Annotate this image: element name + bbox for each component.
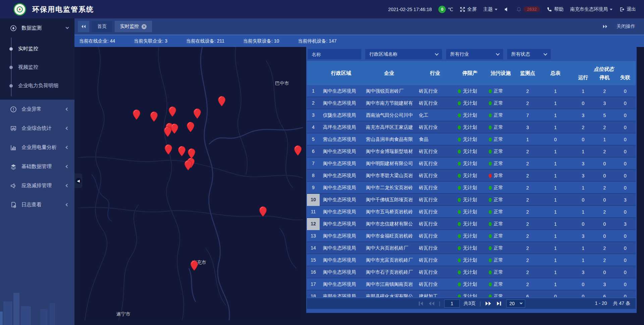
table-row[interactable]: 3仪陇生态环境局西南油气田分公司川中化工无计划正常71350 (307, 109, 636, 121)
sidebar-subitem-1[interactable]: 视频监控 (0, 58, 74, 76)
table-row[interactable]: 11阆中生态环境局阆中市五马桥页岩机砖砖瓦行业无计划正常21120 (307, 206, 636, 218)
table-row[interactable]: 15阆中生态环境局阆中市光富页岩机砖厂砖瓦行业无计划正常21120 (307, 254, 636, 266)
first-page-button[interactable] (418, 301, 424, 306)
chevron-down-icon (496, 52, 499, 55)
cell-company: 阆中市忠信建材有限公 (363, 221, 416, 227)
chevron-left-icon (66, 108, 69, 111)
table-row[interactable]: 18南部生态环境局南部县砚化水泥有限公建材加工无计划正常60060 (307, 290, 636, 297)
map-pin-marker[interactable] (259, 206, 267, 217)
table-row[interactable]: 1阆中生态环境局阆中强锐页岩砖厂砖瓦行业无计划正常21120 (307, 85, 636, 97)
page-size-select[interactable]: 20 (506, 300, 525, 308)
sidebar-item-3[interactable]: 企业用电量分析 (0, 138, 74, 157)
tab-label: 首页 (97, 23, 107, 30)
sidebar-submenu: 实时监控视频监控企业电力负荷明细 (0, 38, 74, 100)
table-row[interactable]: 6阆中生态环境局阆中市金博瑞新型墙材砖瓦行业无计划正常21120 (307, 146, 636, 158)
table-row[interactable]: 2阆中生态环境局阆中市南方节能建材有砖瓦行业无计划正常21030 (307, 97, 636, 109)
tabs-scroll-right-button[interactable] (602, 24, 608, 29)
tab-0[interactable]: 首页 (92, 21, 112, 32)
sidebar-item-1[interactable]: 企业异常 (0, 100, 74, 119)
map-canvas[interactable]: 巴中市南充市遂宁市 (78, 47, 303, 320)
table-row[interactable]: 5营山生态环境局营山县润丰肉食品有限食品无计划正常10010 (307, 133, 636, 146)
map-pin-marker[interactable] (294, 145, 302, 156)
map-pin-marker[interactable] (186, 122, 195, 132)
table-row[interactable]: 9阆中生态环境局阆中市二龙长宝页岩砖砖瓦行业无计划正常21120 (307, 182, 636, 194)
region-filter-select[interactable]: 行政区域名称 (365, 49, 442, 59)
tabs-scroll-left-button[interactable] (78, 21, 89, 32)
sidebar-item-0[interactable]: 数据监测 (0, 18, 74, 38)
sidebar-subitem-2[interactable]: 企业电力负荷明细 (0, 76, 74, 95)
cell-production-status: 无计划 (454, 269, 485, 275)
chevron-left-icon (66, 184, 69, 187)
close-icon[interactable]: ✕ (142, 24, 147, 29)
cell-treatment-status: 异常 (485, 173, 516, 179)
notifications[interactable]: 2632 (516, 6, 540, 12)
cell-monitor-count: 2 (516, 89, 539, 94)
app-title: 环保用电监管系统 (32, 5, 94, 14)
volume-icon[interactable] (504, 7, 509, 12)
next-page-button[interactable] (485, 301, 492, 306)
collapse-left-icon: ◀ (75, 178, 82, 184)
cell-stop-count: 6 (594, 294, 615, 297)
table-row[interactable]: 13阆中生态环境局阆中市金福旺页岩机砖砖瓦行业无计划正常21300 (307, 230, 636, 242)
table-row[interactable]: 10阆中生态环境局阆中千佛镇五郎垭页岩砖瓦行业无计划正常21003 (307, 194, 636, 206)
map-pin-marker[interactable] (193, 108, 201, 119)
table-row[interactable]: 8阆中生态环境局阆中市枣碧大梁山页岩砖瓦行业无计划异常21300 (307, 170, 636, 182)
table-row[interactable]: 12阆中生态环境局阆中市忠信建材有限公砖瓦行业无计划正常21003 (307, 218, 636, 230)
page-number-input[interactable] (444, 300, 460, 308)
map-pin-marker[interactable] (184, 160, 192, 171)
tab-1[interactable]: 实时监控✕ (115, 21, 152, 32)
status-filter-select[interactable]: 所有状态 (507, 49, 551, 59)
stat-item-2: 当前在线设备: 211 (186, 38, 224, 44)
layers-icon (10, 163, 17, 170)
map-pin-marker[interactable] (190, 260, 198, 271)
cell-total-meter: 1 (539, 233, 572, 239)
status-dot-icon (458, 258, 461, 262)
map-pin-marker[interactable] (150, 111, 158, 122)
cell-company: 阆中市五马桥页岩机砖 (363, 209, 416, 215)
sidebar-item-6[interactable]: 日志查看 (0, 195, 74, 214)
cell-production-status: 无计划 (454, 185, 485, 191)
org-dropdown[interactable]: 南充市生态环境局 (570, 6, 612, 12)
table-row[interactable]: 4高坪生态环境局南充市高坪区王家店建砖瓦行业无计划正常31220 (307, 121, 636, 133)
table-row[interactable]: 7阆中生态环境局阆中明阳建材有限公司砖瓦行业无计划正常21300 (307, 158, 636, 170)
map-pin-marker[interactable] (170, 123, 178, 134)
cell-industry: 砖瓦行业 (416, 100, 454, 106)
cell-company: 南充市高坪区王家店建 (363, 124, 416, 130)
cell-industry: 砖瓦行业 (416, 281, 454, 287)
sidebar-item-2[interactable]: 企业综合统计 (0, 119, 74, 138)
cell-lost-count: 3 (615, 197, 636, 203)
fullscreen-button[interactable]: 全屏 (460, 6, 477, 12)
map-collapse-handle[interactable]: ◀ (74, 173, 82, 188)
map-pin-marker[interactable] (168, 106, 176, 117)
column-header-3: 停限产 (454, 61, 485, 85)
help-button[interactable]: 帮助 (547, 6, 564, 12)
table-row[interactable]: 16阆中生态环境局阆中市石子页岩机砖厂砖瓦行业无计划正常21300 (307, 266, 636, 278)
status-dot-icon (489, 198, 492, 202)
cell-run-count: 0 (572, 282, 594, 287)
map-pin-marker[interactable] (218, 96, 226, 107)
sidebar-item-5[interactable]: 应急减排管理 (0, 176, 74, 195)
last-page-button[interactable] (496, 301, 502, 306)
cell-region: 阆中生态环境局 (320, 100, 363, 106)
sidebar-subitem-0[interactable]: 实时监控 (0, 40, 74, 58)
cell-stop-count: 0 (594, 197, 615, 203)
logout-button[interactable]: 退出 (619, 6, 636, 12)
close-actions-button[interactable]: 关闭操作 (616, 23, 635, 30)
cell-stop-count: 2 (594, 89, 615, 94)
name-filter-input[interactable] (312, 52, 357, 57)
sidebar-expanded-group: 数据监测实时监控视频监控企业电力负荷明细 (0, 18, 74, 100)
status-dot-icon (489, 210, 492, 214)
cell-region: 阆中生态环境局 (320, 173, 363, 179)
table-row[interactable]: 17阆中生态环境局阆中市江南镇阆南页岩砖瓦行业无计划正常21030 (307, 278, 636, 290)
status-dot-icon (458, 282, 461, 286)
map-pin-marker[interactable] (132, 109, 141, 120)
table-row[interactable]: 14阆中生态环境局阆中大兴页岩机砖厂砖瓦行业无计划正常21120 (307, 242, 636, 254)
industry-filter-select[interactable]: 所有行业 (446, 49, 503, 59)
cell-lost-count: 0 (615, 185, 636, 191)
map-pin-marker[interactable] (178, 146, 186, 157)
theme-dropdown[interactable]: 主题 (483, 6, 497, 12)
chevron-down-icon (495, 9, 497, 10)
map-pin-marker[interactable] (164, 144, 172, 155)
sidebar-item-4[interactable]: 基础数据管理 (0, 157, 74, 176)
prev-page-button[interactable] (428, 301, 435, 306)
